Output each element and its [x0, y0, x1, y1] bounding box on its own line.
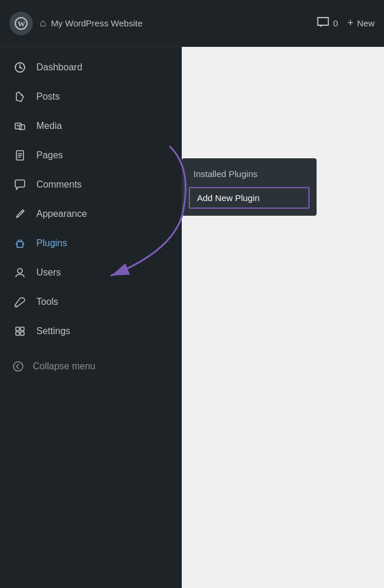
installed-plugins-link[interactable]: Installed Plugins	[182, 163, 317, 185]
svg-rect-12	[21, 327, 24, 331]
collapse-menu-label: Collapse menu	[33, 361, 96, 372]
sidebar-label-plugins: Plugins	[36, 238, 67, 249]
sidebar-item-appearance[interactable]: Appearance	[0, 199, 182, 229]
site-name: My WordPress Website	[51, 18, 142, 28]
sidebar-item-dashboard[interactable]: Dashboard	[0, 53, 182, 82]
svg-rect-9	[17, 242, 23, 247]
comment-count: 0	[333, 18, 338, 28]
sidebar-label-tools: Tools	[36, 297, 58, 307]
sidebar: Dashboard Posts Media	[0, 47, 182, 588]
svg-point-4	[21, 94, 23, 96]
svg-rect-11	[16, 327, 19, 331]
sidebar-label-dashboard: Dashboard	[36, 62, 82, 73]
collapse-icon	[12, 360, 25, 373]
sidebar-item-posts[interactable]: Posts	[0, 82, 182, 111]
wp-logo[interactable]: W	[9, 12, 33, 35]
svg-point-3	[19, 67, 21, 69]
sidebar-label-posts: Posts	[36, 91, 60, 102]
svg-point-15	[13, 362, 23, 371]
users-icon	[12, 266, 28, 279]
svg-rect-13	[16, 332, 19, 335]
admin-bar-right: 0 + New	[317, 16, 375, 30]
collapse-menu-button[interactable]: Collapse menu	[0, 352, 182, 381]
svg-rect-14	[21, 332, 24, 335]
sidebar-label-pages: Pages	[36, 150, 63, 161]
svg-point-7	[17, 125, 19, 127]
dashboard-icon	[12, 61, 28, 74]
media-icon	[12, 120, 28, 132]
sidebar-label-users: Users	[36, 267, 61, 278]
plugins-submenu: Installed Plugins Add New Plugin	[182, 158, 317, 216]
main-layout: Dashboard Posts Media	[0, 47, 384, 588]
comments-button[interactable]: 0	[317, 16, 338, 30]
new-label: New	[357, 18, 375, 28]
installed-plugins-label: Installed Plugins	[193, 169, 257, 179]
new-button[interactable]: + New	[347, 17, 375, 29]
content-area: Installed Plugins Add New Plugin	[182, 47, 384, 588]
settings-icon	[12, 325, 28, 338]
svg-text:W: W	[18, 19, 25, 28]
tools-icon	[12, 295, 28, 308]
comment-icon	[317, 16, 329, 30]
add-new-plugin-link[interactable]: Add New Plugin	[189, 187, 310, 209]
sidebar-item-comments[interactable]: Comments	[0, 170, 182, 199]
sidebar-item-settings[interactable]: Settings	[0, 317, 182, 346]
add-new-plugin-label: Add New Plugin	[197, 193, 260, 203]
admin-bar: W ⌂ My WordPress Website 0 + New	[0, 0, 384, 47]
comments-icon	[12, 178, 28, 191]
plus-icon: +	[347, 17, 354, 29]
sidebar-item-plugins[interactable]: Plugins	[0, 229, 182, 258]
sidebar-label-appearance: Appearance	[36, 209, 87, 219]
site-name-group[interactable]: ⌂ My WordPress Website	[40, 17, 310, 29]
sidebar-item-media[interactable]: Media	[0, 111, 182, 141]
posts-icon	[12, 90, 28, 103]
sidebar-label-settings: Settings	[36, 326, 70, 337]
svg-point-10	[18, 268, 22, 273]
plugins-icon	[12, 237, 28, 250]
sidebar-item-users[interactable]: Users	[0, 258, 182, 287]
appearance-icon	[12, 208, 28, 220]
house-icon: ⌂	[40, 17, 46, 29]
sidebar-label-comments: Comments	[36, 179, 81, 190]
sidebar-label-media: Media	[36, 121, 62, 131]
pages-icon	[12, 149, 28, 162]
sidebar-item-pages[interactable]: Pages	[0, 141, 182, 170]
sidebar-item-tools[interactable]: Tools	[0, 287, 182, 317]
